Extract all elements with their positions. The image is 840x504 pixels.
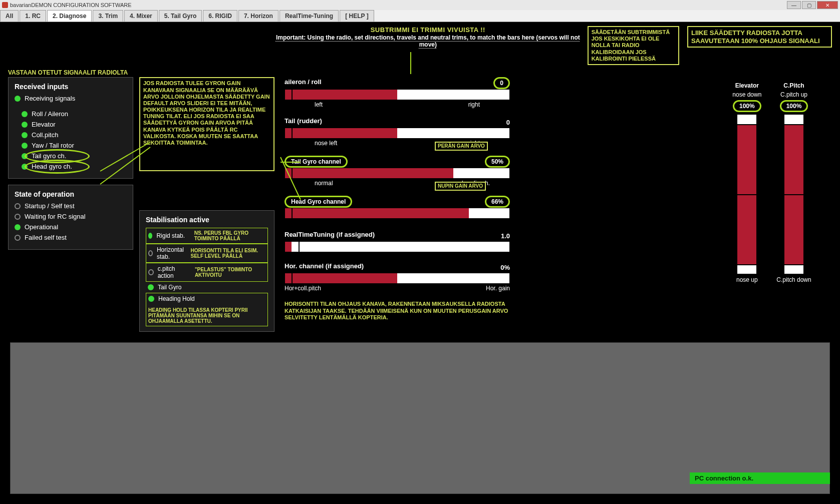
tailgyro-ch-label: Tail gyro ch.: [32, 152, 66, 160]
tab-tailgyro[interactable]: 5. Tail Gyro: [159, 10, 202, 22]
tab-mixer[interactable]: 4. Mixer: [124, 10, 158, 22]
hor-value: 0%: [500, 264, 510, 271]
stab-title: Stabilisation active: [146, 216, 268, 224]
tab-diagnose[interactable]: 2. Diagnose: [47, 10, 92, 22]
hh-note: HEADING HOLD TILASSA KOPTERI PYRII PITÄM…: [148, 307, 265, 324]
tab-realtime[interactable]: RealTime-Tuning: [279, 10, 339, 22]
cpitch-pct: 100%: [780, 100, 808, 112]
gyro-note-box: JOS RADIOSTA TULEE GYRON GAIN KANAVAAN S…: [139, 77, 274, 171]
receiving-label: Receiving signals: [25, 95, 75, 102]
elevator-top-label: nose down: [732, 91, 761, 98]
aileron-value: 0: [493, 77, 510, 89]
cpitch-action-label: c.pitch action: [158, 265, 191, 279]
rigid-label: Rigid stab.: [156, 232, 190, 239]
received-section-label: VASTAAN OTETUT SIGNAALIT RADIOLTA: [8, 69, 832, 76]
hor-title: Hor. channel (if assigned): [285, 262, 364, 270]
led-headgyro-ch: [22, 164, 28, 170]
led-tailgyro-ch: [22, 153, 28, 159]
led-horizontal: [148, 250, 153, 256]
tail-title: Tail (rudder): [285, 117, 322, 125]
led-startup: [15, 203, 21, 209]
vertical-bars-column: Elevator nose down 100% nose up C.Pitch: [712, 77, 832, 332]
close-button[interactable]: ✕: [817, 1, 838, 9]
tab-help[interactable]: [ HELP ]: [340, 10, 374, 22]
maximize-button[interactable]: ▢: [802, 1, 816, 9]
led-cpitch-action: [148, 269, 154, 275]
hor-bar: [285, 273, 510, 284]
yaw-label: Yaw / Tail rotor: [32, 142, 74, 149]
failed-label: Failed self test: [25, 234, 67, 241]
cpitch-vbar: [784, 114, 804, 274]
cpitch-vbar-title: C.Pitch: [783, 82, 804, 89]
led-tailgyro-stab: [148, 284, 154, 290]
state-panel: State of operation Startup / Self test W…: [8, 185, 133, 250]
bottom-gray-panel: [10, 342, 830, 494]
subtrim-warning: SUBTRIMMI EI TRIMMI VIVUISTA !!: [272, 26, 584, 34]
tab-all[interactable]: All: [0, 10, 19, 22]
important-text: Important: Using the radio, set directio…: [272, 34, 584, 48]
collpitch-label: Coll.pitch: [32, 131, 58, 139]
tab-trim[interactable]: 3. Trim: [93, 10, 123, 22]
window-title: bavarianDEMON CONFIGURATION SOFTWARE: [10, 2, 132, 8]
hor-note: HORISONTTI TILAN OHJAUS KANAVA, RAKENNET…: [285, 301, 510, 321]
led-operational: [15, 224, 21, 230]
tailgyro-bar: [285, 168, 510, 179]
stab-panel: Stabilisation active Rigid stab. NS. PER…: [139, 210, 274, 332]
tailgyro-stab-label: Tail Gyro: [158, 284, 181, 291]
tailgyro-title: Tail Gyro channel: [285, 156, 348, 168]
headinghold-label: Heading Hold: [158, 295, 195, 302]
state-title: State of operation: [15, 190, 127, 198]
rtt-title: RealTimeTuning (if assigned): [285, 231, 375, 238]
tailgyro-value: 50%: [485, 156, 510, 168]
led-yaw: [22, 143, 28, 149]
led-failed: [15, 235, 21, 241]
rtt-value: 1.0: [501, 232, 510, 240]
rigid-note: NS. PERUS FBL GYRO TOIMINTO PÄÄLLÄ: [194, 230, 265, 241]
hor-left: Hor+coll.pitch: [285, 285, 321, 292]
elevator-label: Elevator: [32, 121, 56, 128]
elevator-vbar-title: Elevator: [735, 82, 759, 89]
tailgyro-right: heading h.: [462, 180, 490, 187]
horizontal-note: HORISONTTI TILA ELI ESIM. SELF LEVEL PÄÄ…: [190, 248, 265, 259]
app-icon: [2, 2, 8, 8]
waiting-label: Waiting for RC signal: [25, 213, 86, 220]
right-note-box: LIIKE SÄÄDETTY RADIOSTA JOTTA SAAVUTETAA…: [687, 26, 832, 48]
rtt-bar: [285, 241, 510, 252]
startup-label: Startup / Self test: [25, 202, 75, 210]
tail-value: 0: [506, 119, 510, 126]
cpitch-action-note: "PELASTUS" TOIMINTO AKTIVOITU: [195, 267, 265, 278]
elevator-vbar: [737, 114, 757, 274]
headgyro-title: Head Gyro channel: [285, 196, 352, 208]
tail-bar: [285, 128, 510, 139]
cpitch-top-label: C.pitch up: [780, 91, 807, 98]
titlebar: bavarianDEMON CONFIGURATION SOFTWARE — ▢…: [0, 0, 840, 10]
tab-rc[interactable]: 1. RC: [20, 10, 46, 22]
led-rigid: [148, 233, 152, 239]
tailgyro-left: normal: [315, 180, 333, 187]
tabbar: All 1. RC 2. Diagnose 3. Trim 4. Mixer 5…: [0, 10, 840, 22]
roll-label: Roll / Aileron: [32, 110, 68, 118]
aileron-title: aileron / roll: [285, 78, 322, 86]
content-area: SUBTRIMMI EI TRIMMI VIVUISTA !! Importan…: [0, 22, 840, 504]
tail-right: nose right: [453, 140, 480, 147]
subtrim-note-box: SÄÄDETÄÄN SUBTRIMMISTÄ JOS KESKIKOHTA EI…: [588, 26, 679, 65]
aileron-right: right: [468, 101, 480, 108]
tail-left: nose left: [315, 140, 337, 147]
led-headinghold: [148, 296, 154, 302]
tab-horizon[interactable]: 7. Horizon: [238, 10, 278, 22]
headgyro-bar: [285, 208, 510, 219]
hor-right: Hor. gain: [486, 285, 510, 292]
elevator-bottom-label: nose up: [736, 276, 758, 283]
received-title: Received inputs: [15, 83, 127, 91]
elevator-pct: 100%: [733, 100, 761, 112]
tab-rigid[interactable]: 6. RIGID: [203, 10, 237, 22]
led-roll: [22, 111, 28, 117]
headgyro-ch-label: Head gyro ch.: [32, 163, 72, 170]
horizontal-label: Horizontal stab.: [157, 246, 187, 260]
minimize-button[interactable]: —: [787, 1, 801, 9]
cpitch-bottom-label: C.pitch down: [776, 276, 811, 283]
operational-label: Operational: [25, 223, 58, 231]
led-collpitch: [22, 132, 28, 138]
headgyro-value: 66%: [485, 196, 510, 208]
led-waiting: [15, 214, 21, 220]
